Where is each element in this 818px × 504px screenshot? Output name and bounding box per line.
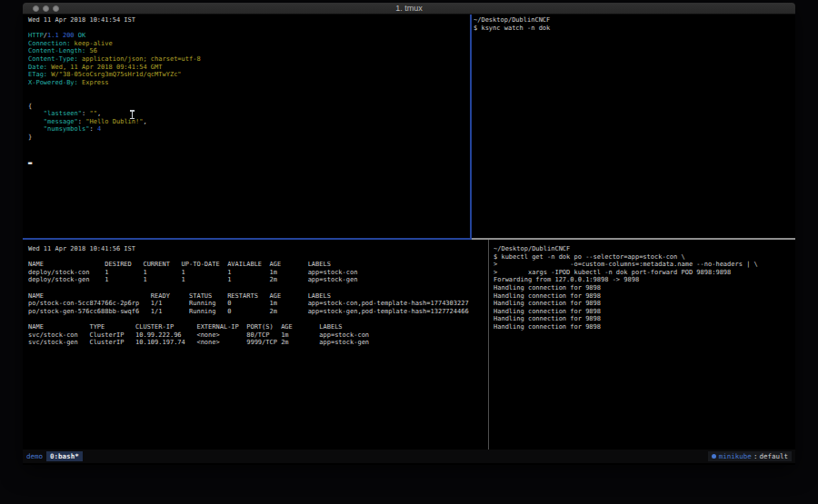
terminal-line: "numsymbols": 4	[28, 125, 464, 133]
terminal-line	[28, 253, 483, 262]
terminal-line: po/stock-gen-576cc688bb-swqf6 1/1 Runnin…	[28, 308, 483, 316]
window-title: 1. tmux	[23, 3, 795, 15]
terminal-line: Handling connection for 9898	[494, 292, 793, 301]
terminal-line	[28, 86, 464, 94]
terminal-line: NAME READY STATUS RESTARTS AGE LABELS	[28, 292, 483, 301]
desktop-background: 1. tmux Wed 11 Apr 2018 10:41:54 IST HTT…	[0, 0, 818, 504]
terminal-line: Handling connection for 9898	[494, 284, 793, 292]
kube-namespace: default	[759, 452, 788, 460]
terminal-line: deploy/stock-con 1 1 1 1 1m app=stock-co…	[28, 269, 483, 277]
terminal-line: svc/stock-con ClusterIP 10.99.222.96 <no…	[28, 331, 483, 340]
pane-divider-horizontal-right[interactable]	[472, 238, 795, 240]
terminal-line: po/stock-con-5cc874766c-2p6rp 1/1 Runnin…	[28, 300, 483, 308]
terminal-line: HTTP/1.1 200 OK	[28, 32, 464, 40]
terminal-line: X-Powered-By: Express	[28, 79, 464, 87]
traffic-lights	[33, 5, 59, 12]
close-button[interactable]	[33, 5, 39, 12]
terminal-line	[28, 142, 464, 150]
window-titlebar[interactable]: 1. tmux	[23, 3, 795, 15]
terminal-line: ~/Desktop/DublinCNCF	[474, 16, 790, 25]
terminal-line: Connection: keep-alive	[28, 40, 464, 48]
kube-separator: :	[753, 452, 758, 460]
terminal-line: svc/stock-gen ClusterIP 10.109.197.74 <n…	[28, 339, 483, 347]
terminal-line: > -o=custom-columns=:metadata.name --no-…	[494, 261, 793, 269]
terminal-line	[28, 94, 464, 103]
mouse-cursor-ibeam	[130, 110, 135, 119]
terminal-line: }	[28, 133, 464, 142]
terminal-line: $ kubectl get -n dok po --selector=app=s…	[494, 253, 793, 262]
zoom-button[interactable]	[53, 5, 59, 12]
kube-context-indicator: minikube : default	[708, 451, 792, 461]
pane-ksync-watch[interactable]: ~/Desktop/DublinCNCF$ ksync watch -n dok	[474, 16, 790, 32]
terminal-line: Date: Wed, 11 Apr 2018 09:41:54 GMT	[28, 64, 464, 72]
terminal-line: ▂	[28, 157, 464, 165]
pane-kubectl-resources[interactable]: Wed 11 Apr 2018 10:41:56 IST NAME DESIRE…	[28, 245, 483, 347]
terminal-line	[28, 149, 464, 157]
terminal-line: > xargs -IPOD kubectl -n dok port-forwar…	[494, 269, 793, 277]
terminal-line: deploy/stock-gen 1 1 1 1 2m app=stock-ge…	[28, 276, 483, 284]
terminal-window: 1. tmux Wed 11 Apr 2018 10:41:54 IST HTT…	[23, 3, 795, 465]
terminal-line: "lastseen": "",	[28, 110, 464, 118]
pane-divider-horizontal-left[interactable]	[23, 238, 472, 240]
terminal-line: {	[28, 103, 464, 111]
kube-context: minikube	[719, 452, 752, 460]
pane-http-response[interactable]: Wed 11 Apr 2018 10:41:54 IST HTTP/1.1 20…	[28, 16, 464, 164]
tmux-window-tab[interactable]: 0:bash*	[46, 451, 83, 461]
terminal-line: "message": "Hello Dublin!",	[28, 118, 464, 126]
terminal-line: $ ksync watch -n dok	[474, 25, 790, 33]
pane-divider-vertical-top[interactable]	[470, 15, 472, 238]
terminal-line: Wed 11 Apr 2018 10:41:54 IST	[28, 16, 464, 25]
terminal-line: Wed 11 Apr 2018 10:41:56 IST	[28, 245, 483, 253]
tmux-session-name: demo	[26, 452, 43, 460]
terminal-line: ETag: W/"38-05coCsrg3mQ75sHr1d/qcMTwYZc"	[28, 71, 464, 79]
kubernetes-wheel-icon	[712, 454, 716, 459]
terminal-line: Handling connection for 9898	[494, 300, 793, 308]
terminal-line	[28, 284, 483, 292]
terminal-line: Handling connection for 9898	[494, 323, 793, 331]
terminal-line: Content-Type: application/json; charset=…	[28, 55, 464, 64]
terminal-line: NAME DESIRED CURRENT UP-TO-DATE AVAILABL…	[28, 261, 483, 269]
terminal-line: Handling connection for 9898	[494, 315, 793, 323]
tmux-status-bar: demo 0:bash* minikube : default	[23, 450, 795, 463]
terminal-line: ~/Desktop/DublinCNCF	[494, 245, 793, 253]
terminal-line	[28, 25, 464, 33]
tmux-status-left: demo 0:bash*	[26, 451, 83, 461]
pane-port-forward[interactable]: ~/Desktop/DublinCNCF$ kubectl get -n dok…	[494, 245, 793, 331]
pane-divider-vertical-bottom[interactable]	[488, 240, 489, 450]
terminal-line: NAME TYPE CLUSTER-IP EXTERNAL-IP PORT(S)…	[28, 323, 483, 331]
terminal-line: Handling connection for 9898	[494, 308, 793, 316]
terminal-line: Forwarding from 127.0.0.1:9898 -> 9898	[494, 276, 793, 284]
terminal-line: Content-Length: 56	[28, 47, 464, 55]
terminal-line	[28, 315, 483, 323]
minimize-button[interactable]	[43, 5, 49, 12]
